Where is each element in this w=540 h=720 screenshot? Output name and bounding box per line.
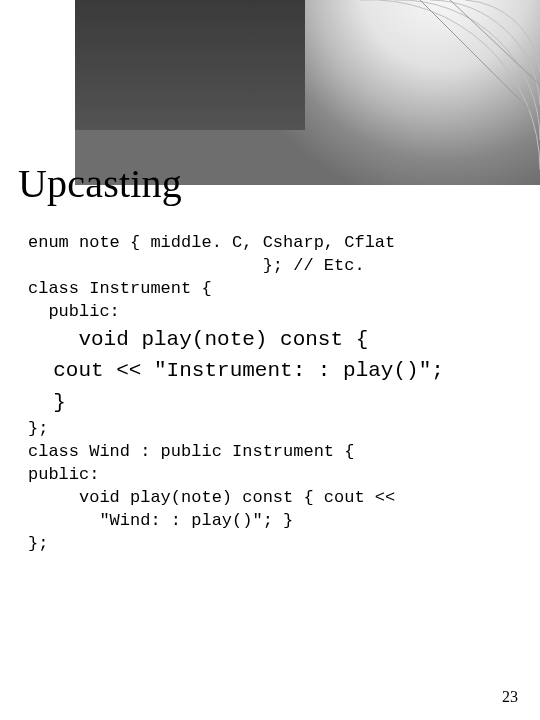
code-line: } <box>28 387 520 419</box>
background-dark-block <box>75 0 305 130</box>
code-line: }; <box>28 533 520 556</box>
code-line: public: <box>28 464 520 487</box>
slide: Upcasting enum note { middle. C, Csharp,… <box>0 0 540 720</box>
code-line: class Wind : public Instrument { <box>28 441 520 464</box>
code-line: void play(note) const { <box>28 324 520 356</box>
code-line: enum note { middle. C, Csharp, Cflat <box>28 232 520 255</box>
code-line: "Wind: : play()"; } <box>28 510 520 533</box>
slide-body: enum note { middle. C, Csharp, Cflat }; … <box>28 232 520 556</box>
code-line: void play(note) const { cout << <box>28 487 520 510</box>
slide-title: Upcasting <box>18 160 182 207</box>
code-line: public: <box>28 301 520 324</box>
code-line: class Instrument { <box>28 278 520 301</box>
page-number: 23 <box>502 688 518 706</box>
code-line: }; // Etc. <box>28 255 520 278</box>
code-line: }; <box>28 418 520 441</box>
code-line: cout << "Instrument: : play()"; <box>28 355 520 387</box>
